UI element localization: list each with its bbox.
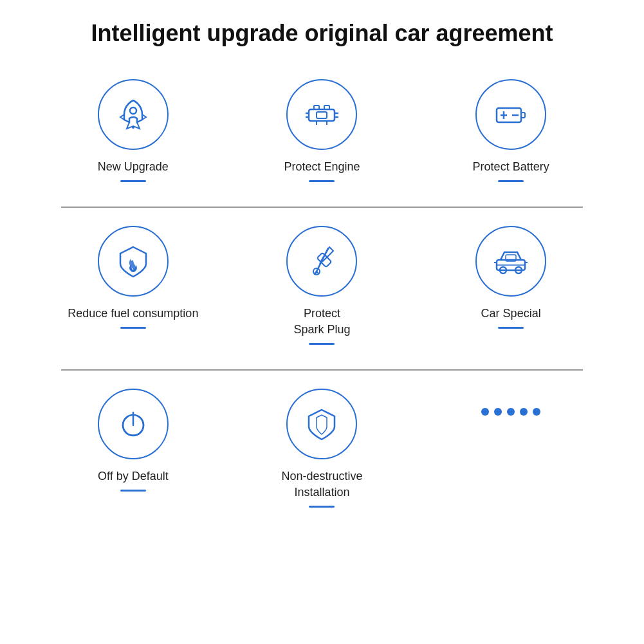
svg-rect-4 [324, 106, 329, 109]
feature-non-destructive: Non-destructiveInstallation [251, 389, 392, 508]
power-icon [114, 405, 152, 443]
dot-4 [520, 408, 528, 416]
reduce-fuel-underline [120, 327, 146, 329]
feature-protect-battery: Protect Battery [440, 79, 582, 182]
car-icon [492, 242, 530, 281]
protect-spark-icon-circle [286, 226, 357, 297]
spark-plug-icon [302, 242, 341, 281]
reduce-fuel-label: Reduce fuel consumption [68, 306, 198, 322]
off-default-icon-circle [98, 389, 169, 459]
feature-new-upgrade: New Upgrade [62, 79, 204, 182]
shield-outline-icon [302, 405, 341, 443]
non-destructive-label: Non-destructiveInstallation [281, 468, 362, 501]
feature-car-special: Car Special [440, 226, 582, 345]
divider-2 [61, 369, 582, 371]
svg-rect-3 [314, 106, 319, 109]
dot-1 [481, 408, 489, 416]
off-default-underline [120, 490, 146, 492]
feature-protect-engine: Protect Engine [251, 79, 392, 182]
feature-row-3: Off by Default Non-destructiveInstallati… [26, 382, 618, 520]
svg-rect-13 [521, 113, 525, 118]
battery-icon [492, 95, 530, 134]
rocket-icon [114, 95, 152, 134]
engine-icon [302, 95, 341, 134]
non-destructive-underline [309, 506, 335, 508]
protect-engine-underline [309, 180, 335, 182]
car-special-underline [498, 327, 524, 329]
dots-group [481, 389, 540, 416]
page-title: Intelligent upgrade original car agreeme… [91, 19, 553, 47]
page: Intelligent upgrade original car agreeme… [0, 0, 644, 644]
protect-spark-label: ProtectSpark Plug [293, 306, 350, 338]
protect-spark-underline [309, 343, 335, 345]
feature-protect-spark: ProtectSpark Plug [251, 226, 392, 345]
svg-line-22 [325, 255, 327, 257]
reduce-fuel-icon-circle [98, 226, 169, 297]
protect-engine-icon-circle [286, 79, 357, 150]
feature-off-default: Off by Default [62, 389, 204, 508]
new-upgrade-label: New Upgrade [98, 159, 169, 175]
divider-1 [61, 207, 582, 208]
svg-point-0 [130, 107, 136, 114]
new-upgrade-underline [120, 180, 146, 182]
non-destructive-icon-circle [286, 389, 357, 459]
car-special-label: Car Special [481, 306, 541, 322]
protect-battery-underline [498, 180, 524, 182]
new-upgrade-icon-circle [98, 79, 169, 150]
dot-5 [533, 408, 540, 416]
feature-row-2: Reduce fuel consumption ProtectSpark Plu… [26, 219, 618, 358]
feature-reduce-fuel: Reduce fuel consumption [62, 226, 204, 345]
protect-engine-label: Protect Engine [284, 159, 360, 175]
protect-battery-label: Protect Battery [473, 159, 549, 175]
shield-fire-icon [114, 242, 152, 281]
protect-battery-icon-circle [475, 79, 546, 150]
feature-dots [440, 389, 582, 508]
car-special-icon-circle [475, 226, 546, 297]
svg-rect-9 [317, 112, 327, 118]
off-default-label: Off by Default [98, 468, 169, 484]
feature-row-1: New Upgrade Protect Engine [26, 73, 618, 195]
svg-point-1 [132, 126, 134, 129]
svg-rect-2 [309, 109, 335, 121]
svg-line-21 [317, 271, 319, 274]
dot-3 [507, 408, 515, 416]
dot-2 [494, 408, 502, 416]
